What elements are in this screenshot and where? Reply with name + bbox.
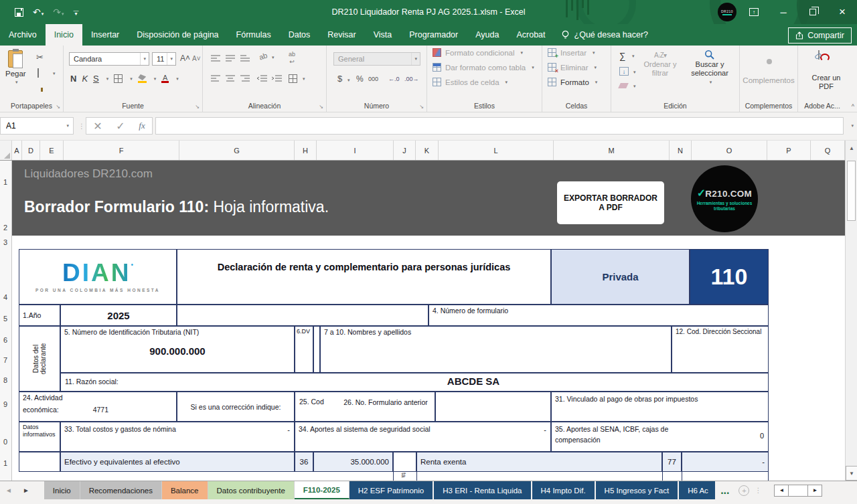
- align-right-icon[interactable]: [240, 75, 250, 82]
- sheet-nav-right-icon[interactable]: ►: [17, 481, 35, 499]
- row-36-value-cell[interactable]: 35.000.000: [313, 452, 393, 472]
- restore-button[interactable]: [798, 0, 828, 24]
- row-header[interactable]: 6: [0, 336, 11, 344]
- align-top-icon[interactable]: [211, 55, 220, 62]
- row-header[interactable]: 2: [0, 224, 11, 232]
- row-header[interactable]: 8: [0, 376, 11, 384]
- column-header[interactable]: A: [12, 141, 22, 160]
- sheet-tab-inicio[interactable]: Inicio: [44, 481, 80, 499]
- undo-button[interactable]: ↶▾: [33, 6, 44, 18]
- format-cells-button[interactable]: Formato ▾: [548, 78, 611, 86]
- row-header[interactable]: 7: [0, 356, 11, 364]
- column-header[interactable]: G: [179, 141, 295, 160]
- column-header[interactable]: J: [394, 141, 416, 160]
- scrollbar-thumb[interactable]: [789, 485, 807, 497]
- tab-archivo[interactable]: Archivo: [0, 24, 46, 46]
- column-header[interactable]: P: [767, 141, 811, 160]
- vertical-scrollbar[interactable]: ▲ ▼: [845, 141, 857, 481]
- row-header[interactable]: 4: [0, 293, 11, 301]
- save-icon[interactable]: [15, 8, 23, 17]
- collapse-ribbon-icon[interactable]: ^: [852, 103, 854, 110]
- sheet-tab-h2-esf-patrimonio[interactable]: H2 ESF Patrimonio: [349, 481, 433, 499]
- fill-color-button[interactable]: [138, 74, 147, 83]
- redo-button[interactable]: ↷▾: [53, 6, 64, 18]
- tab-ayuda[interactable]: Ayuda: [467, 24, 508, 46]
- export-pdf-button[interactable]: EXPORTAR BORRADOR A PDF: [557, 181, 664, 224]
- clear-icon[interactable]: [618, 83, 629, 88]
- tab-datos[interactable]: Datos: [280, 24, 319, 46]
- formula-input[interactable]: [155, 117, 844, 135]
- cancel-icon[interactable]: ✕: [93, 120, 102, 133]
- separator-dots[interactable]: ⋮: [749, 481, 767, 499]
- dialog-launcher-icon[interactable]: ↘: [195, 104, 200, 110]
- align-center-icon[interactable]: [226, 75, 235, 82]
- tab-disposicion[interactable]: Disposición de página: [128, 24, 227, 46]
- italic-button[interactable]: K: [82, 74, 88, 84]
- ribbon-display-options-button[interactable]: ↑: [739, 0, 769, 24]
- merge-center-icon[interactable]: [289, 74, 297, 83]
- sheet-tab-h4-impto-dif[interactable]: H4 Impto Dif.: [532, 481, 595, 499]
- sheet-nav-left-icon[interactable]: ◄: [0, 481, 17, 499]
- dialog-launcher-icon[interactable]: ↘: [56, 104, 60, 110]
- insert-function-icon[interactable]: fx: [139, 120, 145, 131]
- select-all-corner[interactable]: [0, 141, 12, 160]
- font-color-button[interactable]: A: [161, 74, 169, 83]
- column-header[interactable]: E: [40, 141, 64, 160]
- row-header[interactable]: 1: [0, 178, 11, 186]
- cell-styles-button[interactable]: Estilos de celda ▾: [433, 78, 542, 86]
- scroll-left-icon[interactable]: ◄: [774, 485, 789, 497]
- font-name-combo[interactable]: Candara ▾: [69, 52, 149, 66]
- tab-overflow-ellipsis[interactable]: ...: [716, 481, 733, 499]
- scroll-down-icon[interactable]: ▼: [846, 466, 857, 481]
- account-avatar[interactable]: DR210: [718, 3, 736, 21]
- sheet-tab-h6[interactable]: H6 Ac: [679, 481, 715, 499]
- cell-reference-input[interactable]: [1, 121, 54, 131]
- paste-button[interactable]: Pegar ▾: [5, 50, 26, 85]
- tab-revisar[interactable]: Revisar: [319, 24, 364, 46]
- column-header[interactable]: I: [317, 141, 394, 160]
- tab-vista[interactable]: Vista: [365, 24, 401, 46]
- borders-icon[interactable]: [114, 74, 123, 83]
- percent-format-icon[interactable]: %: [356, 74, 364, 84]
- tab-acrobat[interactable]: Acrobat: [508, 24, 554, 46]
- fill-down-icon[interactable]: ↓: [619, 67, 629, 76]
- expand-formula-bar-icon[interactable]: ▾: [851, 123, 854, 129]
- cut-icon[interactable]: ✂: [36, 52, 44, 62]
- copy-icon[interactable]: [37, 68, 39, 78]
- sheet-tab-h3-eri-renta-liquida[interactable]: H3 ERI - Renta Liquida: [434, 481, 530, 499]
- row-header[interactable]: 1: [0, 459, 11, 467]
- separator-dots[interactable]: ⋮: [78, 122, 86, 130]
- tab-insertar[interactable]: Insertar: [82, 24, 128, 46]
- increase-font-icon[interactable]: A˄: [180, 54, 190, 63]
- scroll-right-icon[interactable]: ►: [807, 485, 822, 497]
- find-select-button[interactable]: Buscar y seleccionar ▾: [684, 50, 736, 86]
- row-header[interactable]: 0: [0, 438, 11, 446]
- sheet-tab-datos-contribuyente[interactable]: Datos contribuyente: [208, 481, 295, 499]
- orientation-icon[interactable]: ab: [258, 51, 268, 61]
- row-headers[interactable]: 1 2 3 4 5 6 7 8 9 0 1: [0, 161, 12, 481]
- name-box[interactable]: ▾: [0, 117, 74, 135]
- field-24-value[interactable]: 4771: [93, 406, 108, 414]
- conditional-formatting-button[interactable]: Formato condicional ▾: [433, 48, 542, 57]
- customize-toolbar-icon[interactable]: —▾: [74, 9, 79, 15]
- sheet-tab-f110-2025[interactable]: F110-2025: [295, 481, 349, 499]
- insert-cells-button[interactable]: + Insertar ▾: [548, 48, 611, 57]
- column-header[interactable]: L: [439, 141, 554, 160]
- increase-decimal-icon[interactable]: ←.0: [388, 76, 400, 82]
- column-header[interactable]: H: [295, 141, 317, 160]
- minimize-button[interactable]: ─: [769, 0, 798, 24]
- format-as-table-button[interactable]: Dar formato como tabla ▾: [433, 63, 542, 72]
- column-header[interactable]: Q: [811, 141, 845, 160]
- align-left-icon[interactable]: [211, 75, 220, 82]
- delete-cells-button[interactable]: × Eliminar ▾: [548, 63, 611, 72]
- enter-icon[interactable]: ✓: [116, 120, 125, 133]
- row-77-value-cell[interactable]: -: [682, 452, 769, 472]
- font-size-combo[interactable]: 11 ▾: [152, 52, 176, 66]
- tab-formulas[interactable]: Fórmulas: [228, 24, 280, 46]
- column-header[interactable]: F: [64, 141, 179, 160]
- column-header[interactable]: O: [692, 141, 767, 160]
- thousands-format-icon[interactable]: 000: [368, 76, 378, 82]
- field-11-value[interactable]: ABCDE SA: [177, 375, 769, 387]
- horizontal-scrollbar[interactable]: ◄ ►: [774, 485, 822, 497]
- dialog-launcher-icon[interactable]: ↘: [319, 104, 323, 110]
